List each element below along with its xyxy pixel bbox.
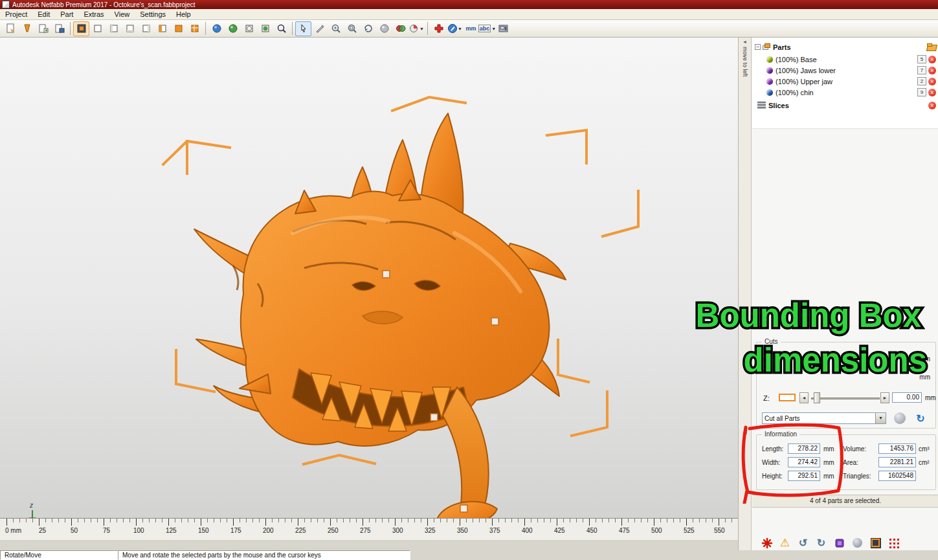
view-right-icon[interactable] xyxy=(138,21,154,36)
ruler-label: 550 xyxy=(714,527,725,534)
menu-project[interactable]: Project xyxy=(0,10,32,18)
menu-extras[interactable]: Extras xyxy=(78,10,109,18)
part-color-icon xyxy=(766,56,773,63)
tree-row-slices[interactable]: Slices × xyxy=(752,100,938,111)
platform-view-icon[interactable] xyxy=(869,536,882,550)
part-label[interactable]: (100%) Jaws lower xyxy=(776,67,917,74)
remove-part-icon[interactable]: × xyxy=(928,56,936,63)
text-annotation-icon[interactable]: abc▼ xyxy=(479,21,495,36)
remove-part-icon[interactable]: × xyxy=(928,89,936,96)
menu-settings[interactable]: Settings xyxy=(135,10,171,18)
rotate-cw-icon[interactable]: ↻ xyxy=(814,536,828,550)
remove-part-icon[interactable]: × xyxy=(928,78,936,85)
right-panel: ◄ move to left − Parts (100%) Base 5 × xyxy=(738,38,938,550)
tree-row-part[interactable]: (100%) Jaws lower 7 × xyxy=(752,65,938,76)
scalpel-icon[interactable] xyxy=(311,21,328,36)
tree-expander-icon[interactable]: − xyxy=(755,44,761,50)
viewport-3d[interactable]: z x y xyxy=(0,38,738,518)
part-label[interactable]: (100%) chin xyxy=(776,89,917,96)
repair-icon[interactable] xyxy=(430,21,447,36)
view-platform-icon[interactable] xyxy=(73,21,89,36)
part-badge: 9 xyxy=(917,88,926,96)
point-mesh-icon[interactable] xyxy=(887,536,900,550)
ruler-label: 500 xyxy=(651,527,662,534)
area-unit: cm² xyxy=(919,459,930,466)
render-sphere-icon[interactable] xyxy=(376,21,392,36)
cut-preview-button[interactable] xyxy=(893,411,907,425)
wireframe-box-icon[interactable] xyxy=(241,21,257,36)
part-label[interactable]: (100%) Upper jaw xyxy=(776,78,917,85)
zoom-in-icon[interactable] xyxy=(328,21,344,36)
rotate-view-icon[interactable] xyxy=(360,21,376,36)
status-mode: Rotate/Move xyxy=(0,550,118,560)
part-badge: 5 xyxy=(917,55,926,63)
slider-left-button[interactable]: ◄ xyxy=(799,392,809,403)
menu-edit[interactable]: Edit xyxy=(32,10,55,18)
view-iso-icon[interactable] xyxy=(186,21,203,36)
cut-mode-value: Cut all Parts xyxy=(763,415,875,422)
add-part-icon[interactable] xyxy=(35,21,51,36)
axis-z-label: z xyxy=(29,502,33,509)
rotate-ccw-icon[interactable]: ↺ xyxy=(796,536,810,550)
menu-help[interactable]: Help xyxy=(171,10,196,18)
shading-sphere-blue-icon[interactable] xyxy=(208,21,225,36)
view-front-icon[interactable] xyxy=(89,21,106,36)
volume-label: Volume: xyxy=(843,445,866,453)
remove-slices-icon[interactable]: × xyxy=(928,102,936,109)
menu-part[interactable]: Part xyxy=(55,10,78,18)
tree-row-part[interactable]: (100%) chin 9 × xyxy=(752,87,938,98)
z-axis-color-swatch[interactable] xyxy=(779,394,796,401)
length-label: Length: xyxy=(762,445,783,453)
slider-right-button[interactable]: ► xyxy=(880,392,889,403)
view-back-icon[interactable] xyxy=(106,21,122,36)
dropdown-caret-icon[interactable]: ▼ xyxy=(419,27,424,31)
parts-group-label[interactable]: Parts xyxy=(773,43,927,51)
warning-icon[interactable]: ⚠ xyxy=(778,536,792,550)
edit-pencil-icon[interactable]: ▼ xyxy=(447,21,463,36)
execute-cut-button[interactable]: ↻ xyxy=(913,411,928,425)
open-project-icon[interactable] xyxy=(19,21,35,36)
tree-row-part[interactable]: (100%) Upper jaw 2 × xyxy=(752,76,938,87)
collapse-arrow-icon[interactable]: ◄ xyxy=(739,39,751,44)
view-top-icon[interactable] xyxy=(154,21,170,36)
machine-icon[interactable] xyxy=(495,21,511,36)
sphere-icon[interactable] xyxy=(851,536,864,550)
z-slider-thumb[interactable] xyxy=(814,392,820,403)
slices-icon xyxy=(757,102,766,109)
panel-splitter[interactable]: ◄ move to left xyxy=(739,38,752,550)
open-folder-icon[interactable] xyxy=(927,43,936,50)
package-chip-icon[interactable] xyxy=(832,536,846,550)
z-slider[interactable] xyxy=(811,398,880,399)
analysis-sphere-icon[interactable]: ▼ xyxy=(408,21,425,36)
compare-spheres-icon[interactable] xyxy=(392,21,408,36)
zoom-window-icon[interactable] xyxy=(344,21,360,36)
new-project-icon[interactable] xyxy=(3,21,19,36)
slices-label[interactable]: Slices xyxy=(768,102,928,109)
width-unit: mm xyxy=(823,459,834,466)
view-bottom-icon[interactable] xyxy=(170,21,186,36)
dragon-model[interactable] xyxy=(194,113,566,518)
ruler-label: 25 xyxy=(39,527,46,534)
shading-sphere-green-icon[interactable] xyxy=(225,21,241,36)
remove-part-icon[interactable]: × xyxy=(928,67,936,74)
title-bar[interactable]: Autodesk Netfabb Premium 2017 - Octokure… xyxy=(0,0,938,9)
tree-row-parts[interactable]: − Parts xyxy=(752,41,938,52)
platform-box-icon[interactable] xyxy=(257,21,273,36)
information-group-title: Information xyxy=(762,431,799,438)
app-icon xyxy=(2,1,10,8)
menu-view[interactable]: View xyxy=(109,10,135,18)
tree-row-part[interactable]: (100%) Base 5 × xyxy=(752,54,938,65)
cut-mode-select[interactable]: Cut all Parts ▼ xyxy=(762,412,886,424)
select-dropdown-icon[interactable]: ▼ xyxy=(875,413,886,423)
measure-icon[interactable]: mm xyxy=(463,21,479,36)
part-label[interactable]: (100%) Base xyxy=(776,56,917,63)
panel-content: − Parts (100%) Base 5 × (100%) Jaws lowe… xyxy=(752,38,938,550)
view-left-icon[interactable] xyxy=(122,21,138,36)
triangles-value: 1602548 xyxy=(878,471,916,481)
z-value-input[interactable]: 0.00 xyxy=(892,392,922,403)
save-part-icon[interactable] xyxy=(51,21,67,36)
dropdown-caret-icon[interactable]: ▼ xyxy=(458,27,462,31)
zoom-all-icon[interactable] xyxy=(273,21,289,36)
repair-starburst-icon[interactable] xyxy=(760,536,774,550)
select-cursor-icon[interactable] xyxy=(295,21,311,36)
